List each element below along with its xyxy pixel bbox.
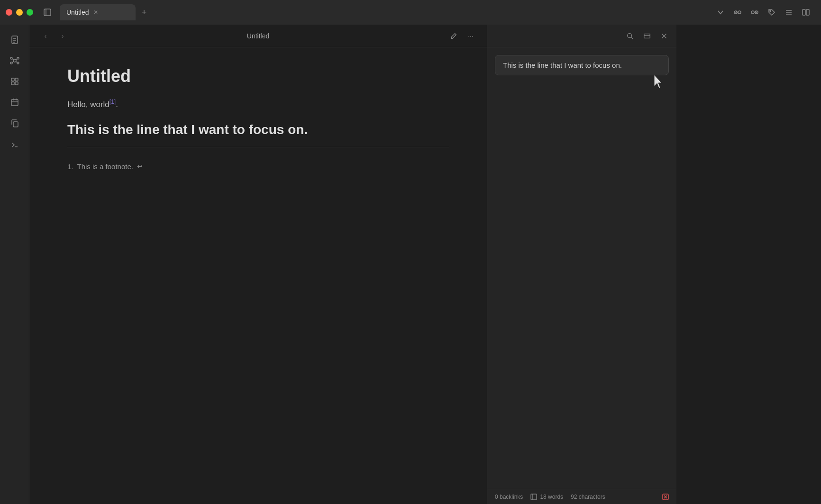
svg-rect-13 [806,9,809,15]
panel-close-button[interactable] [657,29,671,43]
right-panel-header [487,25,676,47]
document-heading: This is the line that I want to focus on… [67,122,449,137]
titlebar: Untitled ✕ + [0,0,821,25]
paragraph-suffix: . [116,100,118,109]
editor-content[interactable]: Untitled Hello, world[1]. This is the li… [29,47,487,504]
editor-document-title: Untitled [69,32,447,40]
active-tab[interactable]: Untitled ✕ [60,4,136,20]
svg-rect-35 [13,122,18,127]
footnote-return-icon[interactable]: ↩ [137,162,143,170]
sidebar-item-grid[interactable] [5,72,24,91]
svg-line-24 [16,59,17,60]
sidebar-item-terminal[interactable] [5,135,24,153]
editor-toolbar: ‹ › Untitled ··· [29,25,487,47]
cursor-icon [652,74,664,89]
svg-rect-12 [803,9,805,15]
right-panel: This is the line that I want to focus on… [487,25,676,504]
traffic-lights [6,9,33,16]
paragraph-text: Hello, world [67,100,109,109]
svg-rect-40 [644,34,650,38]
editor-panel: ‹ › Untitled ··· Untitled [29,25,487,504]
svg-line-23 [12,59,13,60]
svg-marker-44 [654,75,662,88]
svg-point-19 [10,57,12,59]
backlinks-status: 0 backlinks [495,494,523,500]
document-title: Untitled [67,66,449,86]
new-tab-button[interactable]: + [137,6,151,19]
sidebar [0,25,29,504]
footnote-item: 1. This is a footnote. ↩ [67,162,449,171]
char-count-wrapper: 92 characters [571,494,605,500]
sidebar-item-graph[interactable] [5,51,24,70]
panel-search-button[interactable] [623,29,637,43]
editor-actions: ··· [447,29,477,43]
svg-line-26 [16,62,17,63]
svg-point-18 [13,59,16,62]
sidebar-item-calendar[interactable] [5,93,24,112]
tooltip-text: This is the line that I want to focus on… [503,61,622,69]
backlinks-icon[interactable] [732,7,743,18]
titlebar-right-actions [715,7,815,18]
tooltip-box: This is the line that I want to focus on… [495,55,669,75]
sidebar-item-copy[interactable] [5,114,24,133]
svg-point-38 [628,33,632,37]
svg-point-8 [770,10,771,11]
svg-line-39 [631,37,633,39]
editor-nav: ‹ › [39,29,69,43]
forward-button[interactable]: › [56,29,69,43]
main-layout: ‹ › Untitled ··· Untitled [0,25,821,504]
svg-rect-27 [11,78,14,81]
footnote-ref[interactable]: [1] [109,99,116,105]
content-area: ‹ › Untitled ··· Untitled [29,25,821,504]
status-bar: 0 backlinks 18 words 92 characters [487,489,676,504]
footnote-text: This is a footnote. [77,162,133,171]
error-x-icon [662,494,669,500]
tab-close-button[interactable]: ✕ [92,8,99,17]
backlinks-count: 0 backlinks [495,494,523,500]
svg-line-25 [12,62,13,63]
chevron-down-icon[interactable] [715,7,726,18]
svg-rect-30 [15,82,18,85]
svg-rect-31 [11,99,18,106]
more-options-button[interactable]: ··· [464,29,477,43]
svg-rect-28 [15,78,18,81]
svg-rect-0 [44,9,51,16]
back-button[interactable]: ‹ [39,29,52,43]
section-divider [67,147,449,147]
tab-bar: Untitled ✕ + [60,4,711,20]
error-icon-wrapper[interactable] [662,494,669,500]
forward-links-icon[interactable] [749,7,760,18]
sidebar-toggle-button[interactable] [41,6,54,19]
minimize-button[interactable] [16,9,23,16]
book-icon-wrapper: 18 words [530,494,563,500]
svg-rect-29 [11,82,14,85]
split-view-icon[interactable] [800,7,812,18]
word-count: 18 words [540,494,563,500]
right-panel-body [487,83,676,489]
list-icon[interactable] [783,7,794,18]
svg-point-5 [751,11,754,14]
svg-point-22 [17,62,19,64]
svg-point-3 [738,11,741,14]
document-paragraph: Hello, world[1]. [67,98,449,111]
tag-icon[interactable] [766,7,777,18]
sidebar-item-files[interactable] [5,30,24,49]
footnote-number: 1. [67,162,73,171]
maximize-button[interactable] [27,9,33,16]
svg-rect-45 [531,494,537,500]
tab-title: Untitled [66,9,89,16]
close-button[interactable] [6,9,12,16]
char-count: 92 characters [571,494,605,500]
panel-rect-button[interactable] [640,29,654,43]
svg-point-21 [10,62,12,64]
edit-button[interactable] [447,29,460,43]
svg-point-20 [17,57,19,59]
book-icon [530,494,537,500]
footnote-section: 1. This is a footnote. ↩ [67,162,449,171]
